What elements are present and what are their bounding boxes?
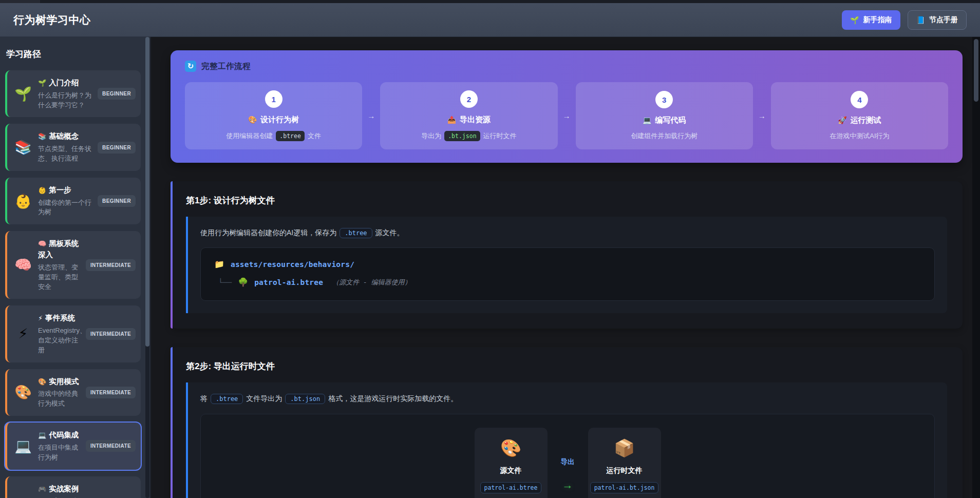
step1-panel: 使用行为树编辑器创建你的AI逻辑，保存为.btree源文件。 📁 assets/… (186, 217, 947, 313)
level-badge: BEGINNER (98, 142, 136, 154)
source-file-chip: patrol-ai.btree (480, 482, 542, 493)
file-name: patrol-ai.btree (254, 278, 323, 286)
folder-path: assets/resources/behaviors/ (231, 260, 354, 269)
sidebar-item-blackboard[interactable]: 🧠 🧠黑板系统深入 状态管理、变量监听、类型安全 INTERMEDIATE (5, 231, 141, 299)
export-label: 导出 (561, 457, 575, 467)
sidebar-item-events[interactable]: ⚡ ⚡事件系统 EventRegistry、自定义动作注册 INTERMEDIA… (5, 305, 141, 362)
sidebar-item-first-step[interactable]: 👶 👶第一步 创建你的第一个行为树 BEGINNER (5, 178, 141, 224)
tree-branch: └── (218, 278, 232, 286)
item-title: 第一步 (49, 186, 71, 194)
page-scrollbar[interactable] (972, 37, 980, 498)
main-content: ↻ 完整工作流程 1 🎨设计行为树 使用编辑器创建.btree文件 → 2 📤导… (151, 37, 980, 498)
step-number-badge: 1 (265, 90, 282, 108)
workflow-step-export: 2 📤导出资源 导出为.bt.json运行时文件 (380, 82, 557, 149)
step-title: 编写代码 (655, 116, 686, 124)
level-badge: BEGINNER (98, 88, 136, 100)
item-desc: 游戏中的经典行为模式 (38, 389, 81, 409)
lightning-icon: ⚡ (38, 314, 43, 322)
source-file-card: 🎨 源文件 patrol-ai.btree 编辑器专用格式 (475, 428, 548, 498)
level-badge: INTERMEDIATE (86, 387, 136, 398)
sidebar: 学习路径 🌱 🌱入门介绍 什么是行为树？为什么要学习它？ BEGINNER 📚 … (0, 37, 151, 498)
step2-description: 将.btree文件导出为.bt.json格式，这是游戏运行时实际加载的文件。 (200, 393, 935, 404)
sidebar-item-code-integration[interactable]: 💻 💻代码集成 在项目中集成行为树 INTERMEDIATE (5, 423, 141, 469)
sidebar-item-intro[interactable]: 🌱 🌱入门介绍 什么是行为树？为什么要学习它？ BEGINNER (5, 70, 141, 117)
item-desc: 状态管理、变量监听、类型安全 (38, 263, 81, 292)
workflow-title: 完整工作流程 (201, 61, 251, 72)
brain-icon: 🧠 (13, 257, 33, 273)
workflow-step-code: 3 💻编写代码 创建组件并加载行为树 (576, 82, 753, 149)
book-icon: 📘 (916, 16, 925, 24)
workflow-step-test: 4 🚀运行测试 在游戏中测试AI行为 (771, 82, 948, 149)
item-desc: 在项目中集成行为树 (38, 443, 81, 463)
window-tab-remnant (0, 0, 40, 3)
app-header: 行为树学习中心 🌱 新手指南 📘 节点手册 (0, 3, 980, 37)
sidebar-scrollbar-thumb[interactable] (145, 37, 149, 347)
sidebar-item-basics[interactable]: 📚 📚基础概念 节点类型、任务状态、执行流程 BEGINNER (5, 124, 141, 170)
page-title: 行为树学习中心 (13, 13, 91, 27)
item-title: 事件系统 (45, 314, 75, 322)
export-diagram: 🎨 源文件 patrol-ai.btree 编辑器专用格式 导出 → 📦 (200, 414, 935, 498)
runtime-file-chip: patrol-ai.bt.json (590, 482, 659, 493)
sidebar-scrollbar[interactable] (145, 37, 149, 498)
btree-code-chip: .btree (211, 394, 243, 404)
level-badge: BEGINNER (98, 195, 136, 207)
gamepad-icon: 🎮 (13, 496, 33, 498)
file-row: └── 🌳 patrol-ai.btree （源文件 - 编辑器使用） (214, 277, 921, 287)
tree-icon: 🌳 (238, 277, 248, 287)
app-window: 行为树学习中心 🌱 新手指南 📘 节点手册 学习路径 🌱 🌱入门介绍 什么是行为… (0, 0, 980, 498)
folder-icon: 📁 (214, 259, 224, 269)
baby-icon: 👶 (38, 186, 46, 194)
node-manual-label: 节点手册 (929, 15, 958, 25)
palette-icon: 🎨 (248, 116, 257, 124)
page-scrollbar-thumb[interactable] (974, 39, 978, 102)
arrow-right-icon: → (562, 479, 573, 491)
runtime-file-card: 📦 运行时文件 patrol-ai.bt.json 游戏加载使用 (588, 428, 661, 498)
step1-section: 第1步: 设计行为树文件 使用行为树编辑器创建你的AI逻辑，保存为.btree源… (171, 181, 963, 329)
sidebar-item-case-studies[interactable]: 🎮 🎮实战案例 RTS矿工、体力系统、AI决策 INTERMEDIATE (5, 476, 141, 498)
step-number-badge: 4 (851, 91, 868, 108)
gamepad-icon: 🎮 (38, 485, 46, 493)
body-split: 学习路径 🌱 🌱入门介绍 什么是行为树？为什么要学习它？ BEGINNER 📚 … (0, 37, 980, 498)
step-title: 运行测试 (851, 116, 881, 124)
newbie-guide-button[interactable]: 🌱 新手指南 (842, 10, 900, 30)
books-icon: 📚 (13, 139, 33, 156)
workflow-steps: 1 🎨设计行为树 使用编辑器创建.btree文件 → 2 📤导出资源 导出为.b… (185, 82, 948, 149)
header-actions: 🌱 新手指南 📘 节点手册 (842, 10, 967, 30)
step2-title: 第2步: 导出运行时文件 (186, 360, 947, 372)
item-title: 代码集成 (49, 431, 79, 439)
brain-icon: 🧠 (38, 240, 46, 247)
item-title: 实用模式 (49, 377, 79, 386)
btjson-code-chip: .bt.json (285, 394, 325, 404)
export-arrow-block: 导出 → (561, 428, 575, 491)
window-top-strip (0, 0, 980, 3)
newbie-guide-label: 新手指南 (863, 15, 892, 25)
outbox-icon: 📤 (447, 116, 456, 124)
palette-icon: 🎨 (13, 384, 33, 400)
step-title: 导出资源 (460, 115, 491, 124)
laptop-icon: 💻 (13, 438, 33, 454)
learning-path-list: 🌱 🌱入门介绍 什么是行为树？为什么要学习它？ BEGINNER 📚 📚基础概念… (0, 63, 150, 498)
seedling-icon: 🌱 (38, 79, 46, 87)
item-desc: 创建你的第一个行为树 (38, 198, 92, 218)
file-comment: （源文件 - 编辑器使用） (332, 278, 411, 287)
package-icon: 📦 (614, 438, 635, 458)
item-title: 入门介绍 (49, 79, 79, 87)
rocket-icon: 🚀 (838, 116, 846, 124)
folder-row: 📁 assets/resources/behaviors/ (214, 259, 921, 269)
palette-icon: 🎨 (38, 378, 46, 386)
laptop-icon: 💻 (643, 116, 651, 124)
step-number-badge: 2 (460, 90, 478, 108)
step2-section: 第2步: 导出运行时文件 将.btree文件导出为.bt.json格式，这是游戏… (171, 347, 963, 498)
step-number-badge: 3 (655, 91, 673, 108)
level-badge: INTERMEDIATE (86, 440, 136, 452)
step1-title: 第1步: 设计行为树文件 (186, 195, 947, 206)
item-desc: 什么是行为树？为什么要学习它？ (38, 91, 92, 110)
item-title: 基础概念 (49, 132, 79, 140)
node-manual-button[interactable]: 📘 节点手册 (908, 10, 967, 30)
baby-icon: 👶 (13, 193, 33, 209)
sidebar-item-patterns[interactable]: 🎨 🎨实用模式 游戏中的经典行为模式 INTERMEDIATE (5, 369, 141, 416)
step2-panel: 将.btree文件导出为.bt.json格式，这是游戏运行时实际加载的文件。 🎨… (186, 382, 947, 498)
arrow-right-icon: → (558, 111, 576, 120)
source-file-title: 源文件 (500, 466, 522, 475)
btjson-code-chip: .bt.json (444, 131, 480, 141)
